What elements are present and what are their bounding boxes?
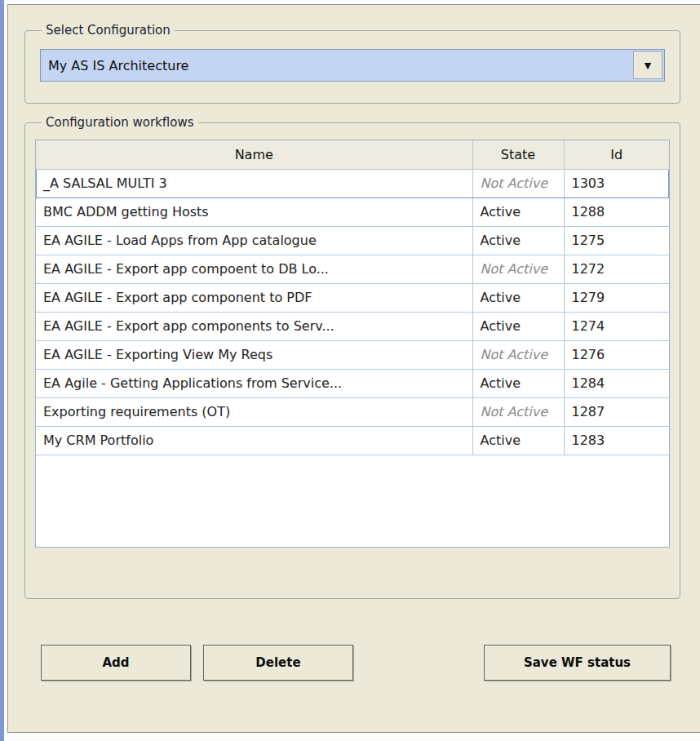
cell-id[interactable]: 1303 [564,169,669,197]
table-row[interactable]: BMC ADDM getting HostsActive1288 [36,197,669,226]
workflow-table-viewport: Name State Id _A SALSAL MULTI 3Not Activ… [35,140,670,548]
column-header-name[interactable]: Name [36,140,472,169]
cell-state[interactable]: Not Active [472,340,564,369]
main-panel: Select Configuration My AS IS Architectu… [7,4,700,733]
cell-id[interactable]: 1275 [564,226,669,255]
column-header-state[interactable]: State [472,140,564,169]
cell-id[interactable]: 1274 [564,312,669,340]
cell-id[interactable]: 1276 [564,340,669,369]
cell-name[interactable]: EA AGILE - Export app components to Serv… [36,312,472,340]
workflow-table-body: _A SALSAL MULTI 3Not Active1303BMC ADDM … [36,169,669,455]
table-header-row: Name State Id [36,140,669,169]
select-configuration-group: Select Configuration My AS IS Architectu… [24,23,680,104]
cell-state[interactable]: Not Active [472,397,564,426]
table-row[interactable]: EA AGILE - Export app compoent to DB Lo.… [36,255,669,283]
table-row[interactable]: EA AGILE - Export app components to Serv… [36,312,669,340]
cell-id[interactable]: 1284 [564,369,669,397]
cell-id[interactable]: 1283 [564,426,669,455]
save-wf-status-button[interactable]: Save WF status [484,645,671,681]
chevron-down-icon: ▼ [645,61,651,70]
cell-name[interactable]: _A SALSAL MULTI 3 [36,169,472,197]
cell-id[interactable]: 1287 [564,397,669,426]
cell-state[interactable]: Not Active [472,169,564,197]
cell-name[interactable]: EA AGILE - Load Apps from App catalogue [36,226,472,255]
button-row: Add Delete Save WF status [41,645,671,681]
table-row[interactable]: _A SALSAL MULTI 3Not Active1303 [36,169,669,197]
cell-state[interactable]: Not Active [472,255,564,283]
application-window: Select Configuration My AS IS Architectu… [0,0,700,741]
cell-name[interactable]: EA AGILE - Export app compoent to DB Lo.… [36,255,472,283]
workflow-table: Name State Id _A SALSAL MULTI 3Not Activ… [36,140,669,455]
cell-name[interactable]: Exporting requirements (OT) [36,397,472,426]
configuration-workflows-group-title: Configuration workflows [42,115,198,130]
cell-state[interactable]: Active [472,426,564,455]
cell-name[interactable]: My CRM Portfolio [36,426,472,455]
cell-name[interactable]: BMC ADDM getting Hosts [36,197,472,226]
cell-state[interactable]: Active [472,226,564,255]
column-header-id[interactable]: Id [564,140,669,169]
table-row[interactable]: EA AGILE - Load Apps from App catalogueA… [36,226,669,255]
select-configuration-group-title: Select Configuration [42,23,175,38]
add-button[interactable]: Add [41,645,191,681]
configuration-workflows-group: Configuration workflows Name State Id [24,115,680,599]
table-row[interactable]: EA AGILE - Exporting View My ReqsNot Act… [36,340,669,369]
delete-button[interactable]: Delete [203,645,353,681]
cell-name[interactable]: EA AGILE - Export app component to PDF [36,283,472,312]
table-row[interactable]: My CRM PortfolioActive1283 [36,426,669,455]
cell-state[interactable]: Active [472,312,564,340]
cell-name[interactable]: EA AGILE - Exporting View My Reqs [36,340,472,369]
cell-name[interactable]: EA Agile - Getting Applications from Ser… [36,369,472,397]
cell-state[interactable]: Active [472,283,564,312]
window-left-edge [0,0,4,741]
cell-state[interactable]: Active [472,369,564,397]
combobox-dropdown-button[interactable]: ▼ [633,51,662,79]
cell-state[interactable]: Active [472,197,564,226]
cell-id[interactable]: 1272 [564,255,669,283]
table-row[interactable]: EA AGILE - Export app component to PDFAc… [36,283,669,312]
cell-id[interactable]: 1279 [564,283,669,312]
cell-id[interactable]: 1288 [564,197,669,226]
table-row[interactable]: EA Agile - Getting Applications from Ser… [36,369,669,397]
table-row[interactable]: Exporting requirements (OT)Not Active128… [36,397,669,426]
configuration-combobox-value[interactable]: My AS IS Architecture [41,50,631,81]
configuration-combobox[interactable]: My AS IS Architecture ▼ [40,49,665,82]
